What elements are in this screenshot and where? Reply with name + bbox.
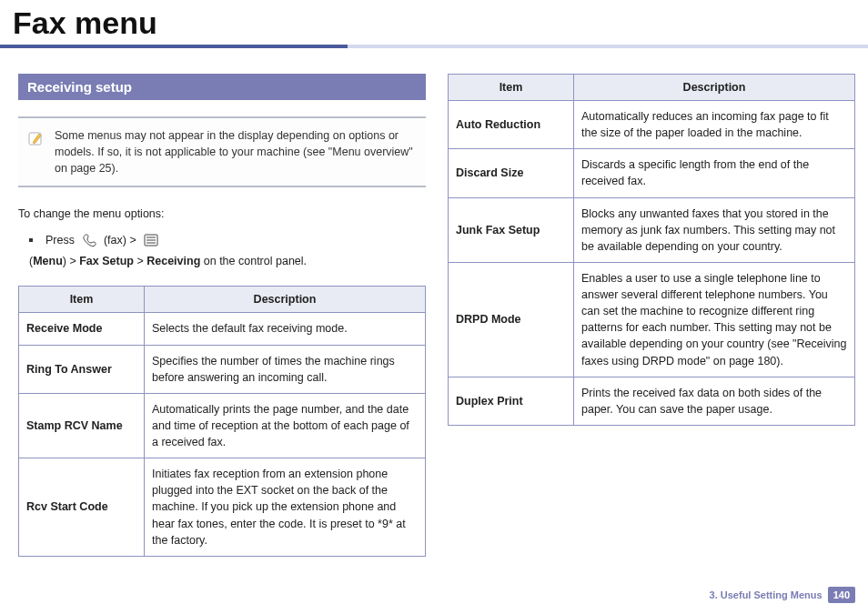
press-sequence: Press (fax) > (Menu) > Fax Setup > Recei… bbox=[29, 233, 426, 267]
right-column: Item Description Auto Reduction Automati… bbox=[448, 74, 855, 557]
desc-cell: Prints the received fax data on both sid… bbox=[574, 377, 855, 425]
desc-cell: Automatically prints the page number, an… bbox=[145, 393, 426, 458]
item-cell: Receive Mode bbox=[19, 313, 145, 345]
menu-breadcrumb: (Menu) > Fax Setup > Receiving on the co… bbox=[29, 255, 307, 267]
menu-bold: Menu bbox=[33, 255, 63, 267]
desc-cell: Blocks any unwanted faxes that you store… bbox=[574, 197, 855, 262]
desc-cell: Discards a specific length from the end … bbox=[574, 149, 855, 197]
chapter-label: 3. Useful Setting Menus bbox=[710, 589, 823, 600]
table-row: Ring To Answer Specifies the number of t… bbox=[19, 345, 426, 393]
note-text: Some menus may not appear in the display… bbox=[55, 127, 417, 176]
desc-cell: Selects the default fax receiving mode. bbox=[145, 313, 426, 345]
receiving-bold: Receiving bbox=[146, 255, 200, 267]
table-row: Discard Size Discards a specific length … bbox=[449, 149, 855, 197]
desc-cell: Specifies the number of times the machin… bbox=[145, 345, 426, 393]
desc-cell: Enables a user to use a single telephone… bbox=[574, 262, 855, 377]
right-table: Item Description Auto Reduction Automati… bbox=[448, 74, 855, 426]
left-column: Receiving setup Some menus may not appea… bbox=[18, 74, 426, 557]
table-row: DRPD Mode Enables a user to use a single… bbox=[449, 262, 855, 377]
page-title: Fax menu bbox=[0, 0, 868, 45]
page-number: 140 bbox=[828, 587, 855, 603]
fax-handset-icon bbox=[82, 233, 96, 247]
section-header: Receiving setup bbox=[18, 74, 426, 100]
title-underline bbox=[0, 45, 868, 48]
table-row: Duplex Print Prints the received fax dat… bbox=[449, 377, 855, 425]
table-row: Rcv Start Code Initiates fax reception f… bbox=[19, 458, 426, 557]
col-desc-header: Description bbox=[145, 287, 426, 313]
instruction-text: To change the menu options: bbox=[18, 207, 426, 220]
desc-cell: Automatically reduces an incoming fax pa… bbox=[574, 101, 855, 149]
table-row: Junk Fax Setup Blocks any unwanted faxes… bbox=[449, 197, 855, 262]
table-row: Auto Reduction Automatically reduces an … bbox=[449, 101, 855, 149]
fax-label: (fax) > bbox=[104, 234, 136, 247]
page-footer: 3. Useful Setting Menus 140 bbox=[710, 587, 855, 603]
item-cell: Rcv Start Code bbox=[19, 458, 145, 557]
item-cell: Discard Size bbox=[449, 149, 574, 197]
col-desc-header: Description bbox=[574, 75, 855, 101]
item-cell: Duplex Print bbox=[449, 377, 574, 425]
item-cell: Ring To Answer bbox=[19, 345, 145, 393]
desc-cell: Initiates fax reception from an extensio… bbox=[145, 458, 426, 557]
note-pencil-icon bbox=[27, 127, 45, 146]
table-row: Stamp RCV Name Automatically prints the … bbox=[19, 393, 426, 458]
item-cell: Junk Fax Setup bbox=[449, 197, 574, 262]
item-cell: Auto Reduction bbox=[449, 101, 574, 149]
bullet-icon bbox=[29, 238, 33, 242]
note-box: Some menus may not appear in the display… bbox=[18, 116, 426, 187]
col-item-header: Item bbox=[449, 75, 574, 101]
table-row: Receive Mode Selects the default fax rec… bbox=[19, 313, 426, 345]
item-cell: DRPD Mode bbox=[449, 262, 574, 377]
menu-list-icon bbox=[144, 234, 158, 247]
item-cell: Stamp RCV Name bbox=[19, 393, 145, 458]
control-panel-tail: on the control panel. bbox=[200, 255, 307, 267]
col-item-header: Item bbox=[19, 287, 145, 313]
press-label: Press bbox=[45, 234, 75, 247]
faxsetup-bold: Fax Setup bbox=[79, 255, 134, 267]
left-table: Item Description Receive Mode Selects th… bbox=[18, 286, 426, 556]
